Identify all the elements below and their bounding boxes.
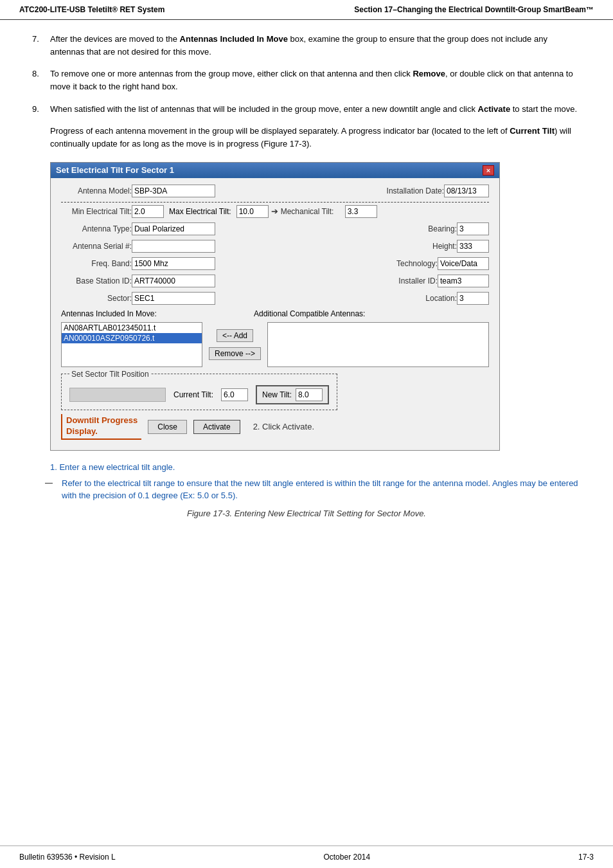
installer-id-input[interactable] [438, 275, 489, 287]
footer-left: Bulletin 639536 • Revision L [19, 853, 116, 862]
base-station-input[interactable] [132, 275, 215, 287]
page-header: ATC200-LITE-USB Teletilt® RET System Sec… [0, 0, 613, 20]
current-tilt-input[interactable] [221, 388, 248, 401]
antenna-serial-input[interactable] [132, 240, 215, 253]
annotation-2-text: Refer to the electrical tilt range to en… [62, 477, 581, 502]
dashed-tilt-box: Set Sector Tilt Position Current Tilt: N… [61, 374, 337, 410]
antenna-type-input[interactable] [132, 222, 215, 235]
annotation-1-text: 1. Enter a new electrical tilt angle. [50, 462, 175, 472]
step-7-num: 7. [32, 33, 50, 59]
step-8-text: To remove one or more antennas from the … [50, 68, 581, 93]
annotation-dash: — [45, 478, 58, 487]
freq-band-input[interactable] [132, 257, 215, 270]
add-button[interactable]: <-- Add [217, 329, 253, 342]
row-antenna-serial: Antenna Serial #: Height: [61, 240, 489, 253]
new-tilt-input[interactable] [296, 388, 323, 401]
list-item-7: 7. After the devices are moved to the An… [32, 33, 581, 59]
max-elec-tilt-label: Max Electrical Tilt: [169, 207, 231, 216]
antennas-labels-row: Antennas Included In Move: Additional Co… [61, 309, 489, 318]
min-elec-tilt-input[interactable] [132, 205, 164, 218]
footer-right: 17-3 [578, 853, 594, 862]
list-item-9: 9. When satisfied with the list of anten… [32, 103, 581, 116]
antennas-included-label: Antennas Included In Move: [61, 309, 209, 318]
set-sector-tilt-section: Set Sector Tilt Position Current Tilt: N… [61, 374, 489, 410]
row-antenna-model: Antenna Model: Installation Date: [61, 185, 489, 197]
step-9-num: 9. [32, 103, 50, 116]
installer-id-label: Installer ID: [367, 276, 438, 285]
max-elec-tilt-input[interactable] [236, 205, 269, 218]
antenna-serial-label: Antenna Serial #: [61, 242, 132, 251]
dialog-close-button[interactable]: × [483, 165, 494, 176]
mechanical-tilt-label: Mechanical Tilt: [281, 207, 345, 216]
step-7-text: After the devices are moved to the Anten… [50, 33, 581, 59]
antenna-type-label: Antenna Type: [61, 224, 132, 233]
row-tilt-min-max: Min Electrical Tilt: Max Electrical Tilt… [61, 205, 489, 218]
activate-button[interactable]: Activate [193, 420, 240, 434]
annotation-1: 1. Enter a new electrical tilt angle. [50, 462, 581, 472]
bold-antennas-included: Antennas Included In Move [180, 34, 288, 44]
antenna-model-label: Antenna Model: [61, 186, 132, 195]
location-input[interactable] [457, 292, 489, 305]
row-freq-band: Freq. Band: Technology: [61, 257, 489, 270]
set-sector-tilt-label: Set Sector Tilt Position [69, 370, 151, 379]
downtilt-progress-label: Downtilt ProgressDisplay. [66, 415, 138, 436]
installation-date-input[interactable] [444, 185, 489, 197]
additional-compat-label: Additional Compatible Antennas: [254, 309, 365, 318]
page-content: 7. After the devices are moved to the An… [0, 20, 613, 544]
sector-input[interactable] [132, 292, 215, 305]
dialog-set-electrical-tilt: Set Electrical Tilt For Sector 1 × Anten… [50, 162, 500, 451]
additional-compat-list[interactable] [267, 322, 489, 367]
new-tilt-label: New Tilt: [262, 390, 292, 399]
remove-button[interactable]: Remove --> [209, 347, 261, 360]
sector-label: Sector: [61, 294, 132, 303]
min-elec-tilt-label: Min Electrical Tilt: [61, 207, 132, 216]
header-right: Section 17–Changing the Electrical Downt… [354, 5, 594, 14]
dialog-title: Set Electrical Tilt For Sector 1 [56, 165, 174, 175]
antenna-list-item-2[interactable]: AN000010ASZP0950726.t [62, 333, 202, 343]
bold-current-tilt: Current Tilt [510, 126, 555, 136]
header-left: ATC200-LITE-USB Teletilt® RET System [19, 5, 164, 14]
list-item-8: 8. To remove one or more antennas from t… [32, 68, 581, 93]
dialog-titlebar: Set Electrical Tilt For Sector 1 × [51, 163, 499, 178]
mechanical-tilt-input[interactable] [345, 205, 377, 218]
figure-caption: Figure 17-3. Entering New Electrical Til… [32, 509, 581, 518]
row-antenna-type: Antenna Type: Bearing: [61, 222, 489, 235]
antenna-model-input[interactable] [132, 185, 215, 197]
step-8-num: 8. [32, 68, 50, 93]
technology-input[interactable] [438, 257, 489, 270]
click-activate-label: 2. Click Activate. [253, 422, 314, 431]
row-sector: Sector: Location: [61, 292, 489, 305]
row-base-station: Base Station ID: Installer ID: [61, 275, 489, 287]
tilt-controls-row: Current Tilt: New Tilt: [69, 385, 329, 404]
height-input[interactable] [457, 240, 489, 253]
downtilt-display-box: Downtilt ProgressDisplay. [61, 414, 141, 440]
antennas-included-list[interactable]: AN08ARTLAB012345011.t AN000010ASZP095072… [61, 322, 202, 367]
installation-date-label: Installation Date: [373, 186, 444, 195]
bearing-input[interactable] [457, 222, 489, 235]
antennas-section: AN08ARTLAB012345011.t AN000010ASZP095072… [61, 322, 489, 367]
location-label: Location: [386, 294, 457, 303]
continuation-para: Progress of each antenna movement in the… [50, 125, 581, 150]
bold-activate: Activate [478, 104, 511, 114]
footer-row: Downtilt ProgressDisplay. Close Activate… [61, 414, 489, 440]
footer-center: October 2014 [323, 853, 370, 862]
new-tilt-box: New Tilt: [256, 385, 329, 404]
current-tilt-label: Current Tilt: [173, 390, 213, 399]
base-station-label: Base Station ID: [61, 276, 132, 285]
technology-label: Technology: [367, 259, 438, 268]
step-9-text: When satisfied with the list of antennas… [50, 103, 577, 116]
bearing-label: Bearing: [386, 224, 457, 233]
height-label: Height: [386, 242, 457, 251]
antenna-controls: <-- Add Remove --> [202, 322, 267, 367]
antenna-list-item-1[interactable]: AN08ARTLAB012345011.t [62, 323, 202, 333]
dialog-body: Antenna Model: Installation Date: Min El… [51, 178, 499, 444]
annotation-2-row: — Refer to the electrical tilt range to … [45, 477, 581, 502]
bold-remove: Remove [413, 69, 445, 78]
arrow-icon: ➔ [271, 206, 278, 216]
close-button[interactable]: Close [148, 420, 187, 434]
freq-band-label: Freq. Band: [61, 259, 132, 268]
page-footer: Bulletin 639536 • Revision L October 201… [0, 845, 613, 868]
